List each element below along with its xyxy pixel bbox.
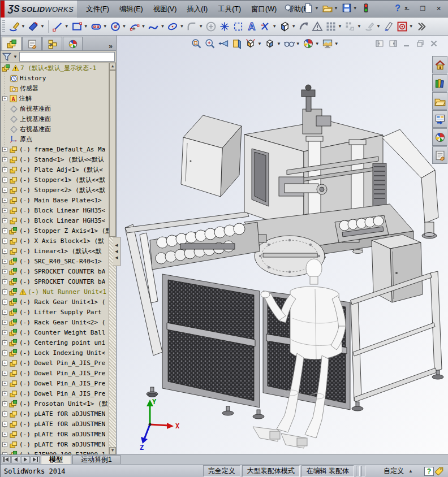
- expand-icon[interactable]: +: [2, 218, 7, 223]
- chevron-down-icon[interactable]: ▼: [199, 24, 203, 29]
- quick-tips-button[interactable]: ?: [424, 467, 434, 476]
- expand-icon[interactable]: +: [2, 167, 7, 172]
- status-custom-toolbar[interactable]: 自定义 ▲: [380, 466, 416, 476]
- expand-icon[interactable]: +: [2, 381, 7, 386]
- prev-tab-button[interactable]: [11, 456, 20, 463]
- tree-item[interactable]: +(-) Block Linear HGH35<: [1, 215, 116, 226]
- chevron-down-icon[interactable]: ▼: [277, 41, 281, 46]
- last-tab-button[interactable]: [31, 456, 40, 463]
- tree-item[interactable]: 右视基准面: [1, 124, 116, 134]
- menu-3[interactable]: 插入(I): [182, 2, 213, 16]
- save-button[interactable]: ▼: [341, 2, 358, 14]
- expand-icon[interactable]: +: [2, 442, 7, 447]
- chevron-down-icon[interactable]: ▼: [357, 24, 361, 29]
- linear-pattern-button[interactable]: ▼: [325, 20, 343, 33]
- tree-item[interactable]: +(-) SPROCKET COUNTER bA: [1, 266, 116, 276]
- design-library-button[interactable]: [432, 74, 447, 92]
- tree-item[interactable]: +(-) Nut Runner Unit<1: [1, 287, 116, 297]
- menu-2[interactable]: 视图(V): [148, 2, 182, 16]
- origin-display-button[interactable]: ▼: [396, 20, 414, 33]
- selection-button[interactable]: [232, 20, 244, 33]
- scrollbar-track[interactable]: [109, 237, 116, 447]
- tree-item[interactable]: +(-) Lifter Supply Part: [1, 307, 116, 317]
- chevron-down-icon[interactable]: ▼: [122, 24, 127, 29]
- scroll-up-button[interactable]: ▲: [109, 63, 116, 70]
- chevron-down-icon[interactable]: ▼: [141, 24, 146, 29]
- expand-icon[interactable]: +: [2, 289, 7, 294]
- trim-entities-button[interactable]: ▼: [259, 20, 277, 33]
- expand-icon[interactable]: +: [2, 361, 7, 366]
- expand-icon[interactable]: +: [2, 96, 7, 101]
- display-style-button[interactable]: ▼: [263, 37, 282, 50]
- expand-icon[interactable]: +: [2, 269, 7, 274]
- chevron-down-icon[interactable]: ▼: [103, 24, 107, 29]
- appearances-tab[interactable]: [63, 37, 83, 50]
- tree-item[interactable]: +(-) Dowel Pin_A_JIS_Pre: [1, 378, 116, 388]
- scrollbar-thumb[interactable]: [109, 70, 116, 237]
- expand-icon[interactable]: +: [2, 340, 7, 345]
- solidworks-resources-button[interactable]: [432, 56, 447, 73]
- tree-item[interactable]: +(-) Rack Gear Unit<2> (: [1, 317, 116, 327]
- tree-item[interactable]: +(-) Stopper<1> (默认<<默: [1, 175, 116, 185]
- appearances-scenes-button[interactable]: [432, 128, 447, 146]
- tree-item[interactable]: +(-) Centering point uni: [1, 337, 116, 348]
- tree-item[interactable]: +(-) SRC_R40_SRC-R40<1>: [1, 256, 116, 266]
- text-button[interactable]: A: [245, 20, 258, 33]
- tree-item[interactable]: +(-) pLATE fOR aDJUSTMEN: [1, 439, 116, 449]
- expand-icon[interactable]: +: [2, 249, 7, 254]
- expand-icon[interactable]: +: [2, 188, 7, 193]
- expand-icon[interactable]: +: [2, 371, 7, 376]
- tree-item[interactable]: +(-) pLATE fOR aDJUSTMEN: [1, 419, 116, 429]
- expand-icon[interactable]: +: [2, 259, 7, 264]
- expand-icon[interactable]: +: [2, 238, 7, 244]
- modify-sketch-button[interactable]: ▼: [363, 20, 381, 33]
- edit-appearance-button[interactable]: ▼: [301, 37, 321, 50]
- tree-item[interactable]: +(-) Main Base Plate<1>: [1, 195, 116, 205]
- search-icon[interactable]: [283, 3, 294, 14]
- tree-item[interactable]: +A注解: [1, 93, 116, 103]
- expand-icon[interactable]: +: [2, 177, 7, 183]
- toolbar-overflow[interactable]: [415, 20, 428, 33]
- custom-properties-button[interactable]: [432, 146, 447, 164]
- filter-funnel-button[interactable]: ▼: [2, 51, 18, 62]
- section-view-button[interactable]: [230, 37, 244, 50]
- featuremanager-tab[interactable]: [2, 37, 21, 50]
- extrude-box-button[interactable]: ▼: [278, 20, 296, 33]
- sketch-button[interactable]: ▼: [8, 20, 26, 33]
- zoom-to-area-button[interactable]: [203, 37, 217, 50]
- expand-icon[interactable]: +: [2, 320, 7, 325]
- plane-button[interactable]: [205, 20, 217, 33]
- document-tab-0[interactable]: 模型: [41, 455, 71, 464]
- tree-item[interactable]: 上视基准面: [1, 114, 116, 124]
- fillet-button[interactable]: ▼: [186, 20, 204, 33]
- expand-icon[interactable]: +: [2, 310, 7, 315]
- doc-restore-button[interactable]: [416, 39, 425, 50]
- expand-icon[interactable]: +: [2, 401, 7, 406]
- chevron-down-icon[interactable]: ▼: [272, 24, 277, 29]
- tree-item[interactable]: +(-) Linear<1> (默认<<默: [1, 246, 116, 256]
- rectangle-button[interactable]: ▼: [71, 20, 89, 33]
- restore-button[interactable]: ❐: [416, 4, 429, 14]
- tree-item[interactable]: +(-) Dowel Pin_A_JIS_Pre: [1, 368, 116, 378]
- tree-item[interactable]: +(-) Rack Gear Unit<1> (: [1, 297, 116, 307]
- doc-minimize-button[interactable]: [402, 39, 411, 50]
- tree-item[interactable]: +(-) Block Linear HGH35<: [1, 205, 116, 215]
- chevron-down-icon[interactable]: ▼: [338, 24, 342, 29]
- view-orientation-button[interactable]: ▼: [244, 37, 263, 50]
- menu-0[interactable]: 文件(F): [81, 2, 114, 16]
- expand-icon[interactable]: +: [2, 279, 7, 284]
- panel-splitter-handle[interactable]: ◀◀◀: [113, 237, 120, 266]
- view-palette-button[interactable]: [432, 110, 447, 128]
- tree-item[interactable]: 前视基准面: [1, 103, 116, 114]
- chevron-down-icon[interactable]: ▼: [315, 6, 319, 11]
- hide-show-items-button[interactable]: ▼: [282, 37, 301, 50]
- chevron-down-icon[interactable]: ▼: [334, 41, 339, 46]
- menu-5[interactable]: 窗口(W): [246, 2, 282, 16]
- tree-item[interactable]: +(-) Lock Indexing Unit<: [1, 348, 116, 358]
- tree-item[interactable]: +(-) Stand<1> (默认<<默认: [1, 154, 116, 164]
- tree-item[interactable]: +(-) SPROCKET COUNTER bA: [1, 276, 116, 287]
- expand-icon[interactable]: +: [2, 228, 7, 233]
- chevron-down-icon[interactable]: ▼: [84, 24, 88, 29]
- expand-icon[interactable]: +: [2, 411, 7, 417]
- smart-dimension-button[interactable]: ▼: [27, 20, 45, 33]
